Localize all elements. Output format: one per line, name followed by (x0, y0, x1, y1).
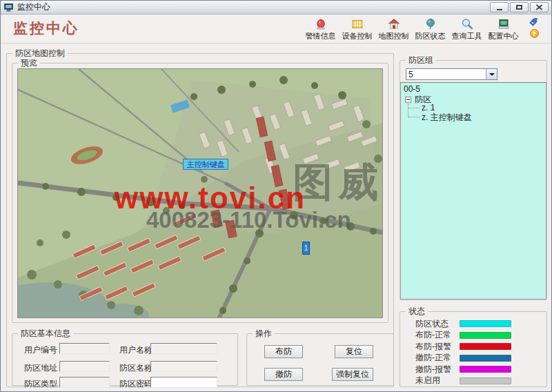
toolbar-item-query-tool[interactable]: 查询工具 (448, 17, 485, 41)
toolbar-item-zone-status[interactable]: 防区状态 (412, 17, 448, 41)
zone-type-input[interactable] (59, 377, 110, 388)
legend-swatch-disarmed-alarm (460, 366, 511, 373)
legend-row: 布防-正常 (400, 330, 546, 342)
legend-swatch-disabled (460, 378, 511, 384)
toolbar-item-map-control[interactable]: 地图控制 (375, 17, 412, 41)
status-legend-rows: 防区状态 布防-正常 布防-报警 撤防-正常 撤防-报警 未启用 (400, 318, 546, 386)
user-name-input[interactable] (150, 343, 217, 354)
zone-info-group-label: 防区基本信息 (18, 329, 73, 338)
field-label-zone-address: 防区地址 (24, 362, 57, 374)
map-zone-marker[interactable]: 1 (302, 242, 310, 255)
app-window: 监控中心 监控中心 警情信息 设备控制 (0, 0, 552, 392)
minimize-icon (497, 9, 502, 10)
reset-button[interactable]: 复位 (335, 345, 373, 358)
alarm-icon (315, 17, 327, 30)
toolbar-item-device-control[interactable]: 设备控制 (339, 17, 375, 41)
legend-row: 防区状态 (400, 318, 546, 330)
field-label-user-id: 用户编号 (24, 344, 57, 356)
maximize-icon (516, 5, 522, 10)
zone-info-group: 防区基本信息 用户编号 用户名称 防区地址 防区名称 防区类型 防区密码 (12, 333, 238, 386)
toolbar-label: 查询工具 (452, 31, 482, 41)
tree-connector (408, 117, 420, 117)
legend-row: 布防-报警 (400, 341, 546, 353)
legend-swatch-armed-alarm (460, 343, 511, 350)
magnifier-icon (461, 17, 473, 30)
toolbar-item-alarm-info[interactable]: 警情信息 (302, 17, 339, 41)
status-legend-label: 状态 (406, 306, 428, 316)
minimize-button[interactable] (490, 2, 509, 12)
house-icon (388, 17, 400, 30)
toolbar-label: 防区状态 (415, 31, 446, 41)
monitor-icon (497, 17, 510, 30)
legend-swatch-armed-normal (460, 332, 511, 339)
map-device-label[interactable]: 主控制键盘 (183, 159, 228, 170)
legend-swatch-zone-status (460, 320, 511, 327)
header: 监控中心 警情信息 设备控制 地图控制 (1, 14, 551, 43)
map-control-group-label: 防区地图控制 (12, 48, 68, 58)
app-icon (4, 3, 13, 12)
tree-item-zone-1[interactable]: z. 1 (422, 103, 435, 112)
legend-label: 撤防-正常 (415, 352, 460, 364)
operations-group-label: 操作 (253, 329, 275, 338)
close-button[interactable] (530, 2, 549, 12)
user-id-input[interactable] (59, 343, 110, 354)
close-icon (535, 4, 543, 10)
maximize-button[interactable] (510, 2, 529, 12)
field-label-zone-password: 防区密码 (119, 378, 152, 390)
zone-map[interactable]: 图威 www.tovi.cn 400823-110.Tovi.cn 主控制键盘 … (17, 68, 383, 318)
tree-root-item[interactable]: 00-5 (404, 84, 420, 94)
field-label-zone-name: 防区名称 (119, 362, 152, 374)
watermark-gray: 400823-110.Tovi.cn (146, 207, 351, 233)
help-area: ? (528, 15, 540, 38)
toolbar-label: 警情信息 (306, 31, 336, 41)
legend-label: 未启用 (415, 375, 460, 386)
toolbar-item-config-center[interactable]: 配置中心 (485, 17, 522, 41)
zone-password-input[interactable] (150, 377, 217, 388)
pin-icon (424, 17, 437, 30)
legend-row: 未启用 (400, 375, 546, 387)
zone-group-select[interactable]: 5 (406, 68, 497, 80)
zone-tree[interactable]: 00-5 防区 z. 1 z. 主控制键盘 (400, 82, 546, 300)
keypad-icon (351, 17, 364, 30)
toolbar-label: 设备控制 (342, 31, 373, 41)
preview-group-label: 预览 (18, 58, 40, 68)
toolbar-label: 地图控制 (379, 31, 409, 41)
watermark-chinese: 图威 (293, 156, 383, 210)
tree-item-main-keyboard[interactable]: z. 主控制键盘 (422, 112, 472, 124)
main-toolbar: 警情信息 设备控制 地图控制 防区状态 (302, 17, 522, 41)
legend-swatch-disarmed-normal (460, 355, 511, 362)
help-icon[interactable]: ? (530, 29, 539, 38)
legend-label: 撤防-报警 (415, 364, 460, 375)
tree-connector (408, 108, 420, 108)
toolbar-label: 配置中心 (489, 31, 519, 41)
force-reset-button[interactable]: 强制复位 (332, 368, 373, 381)
tree-connector (408, 104, 408, 117)
legend-row: 撤防-报警 (400, 364, 546, 375)
legend-row: 撤防-正常 (400, 353, 546, 364)
status-legend-group: 状态 防区状态 布防-正常 布防-报警 撤防-正常 撤防-报警 (400, 311, 547, 387)
zone-address-input[interactable] (59, 361, 110, 372)
field-label-user-name: 用户名称 (119, 344, 152, 356)
field-label-zone-type: 防区类型 (24, 378, 57, 390)
chevron-down-icon[interactable] (486, 69, 497, 79)
legend-label: 防区状态 (415, 318, 460, 330)
title-bar[interactable]: 监控中心 (1, 1, 551, 14)
window-title: 监控中心 (17, 1, 50, 13)
app-logo: 监控中心 (13, 19, 79, 38)
zone-group-selected-value: 5 (406, 69, 486, 79)
legend-label: 布防-正常 (415, 329, 460, 341)
arm-button[interactable]: 布防 (264, 345, 303, 358)
disarm-button[interactable]: 撤防 (264, 368, 303, 381)
legend-label: 布防-报警 (415, 341, 460, 353)
operations-group: 操作 布防 复位 撤防 强制复位 (246, 333, 394, 386)
zone-group-panel-label: 防区组 (406, 55, 436, 65)
tree-collapse-icon[interactable] (405, 97, 411, 103)
zone-name-input[interactable] (150, 361, 217, 372)
tag-icon[interactable] (528, 15, 540, 28)
